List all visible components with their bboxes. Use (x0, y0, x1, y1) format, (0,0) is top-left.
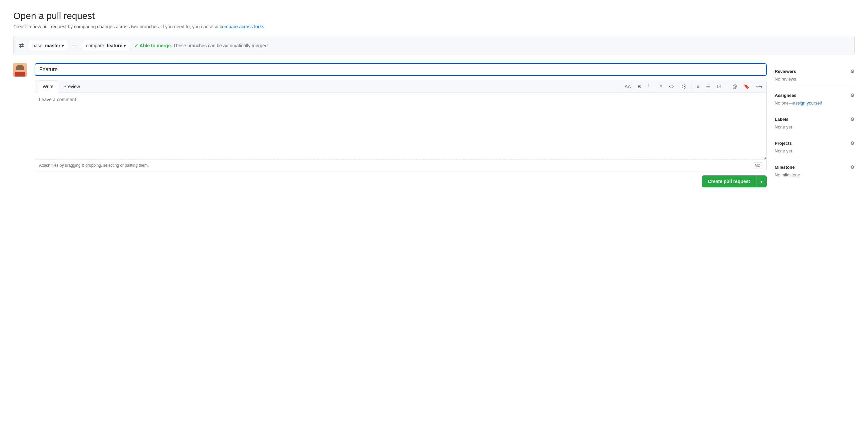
base-branch-selector[interactable]: base: master ▾ (28, 41, 68, 50)
labels-header: Labels ⚙ (775, 116, 855, 122)
sidebar-section-reviewers: Reviewers ⚙ No reviews (775, 63, 855, 87)
create-pull-request-button[interactable]: Create pull request (702, 175, 756, 187)
avatar (13, 63, 27, 76)
attach-bar: Attach files by dragging & dropping, sel… (35, 160, 767, 171)
reviewers-gear-icon[interactable]: ⚙ (850, 69, 855, 74)
attach-text: Attach files by dragging & dropping, sel… (39, 163, 149, 168)
milestone-header: Milestone ⚙ (775, 164, 855, 170)
page-subtitle: Create a new pull request by comparing c… (13, 24, 855, 29)
base-label: base: (32, 43, 43, 48)
toolbar-divider-3 (727, 83, 727, 90)
base-branch-name: master (45, 43, 60, 48)
compare-branch-name: feature (107, 43, 123, 48)
avatar-image (13, 63, 27, 76)
submit-row: Create pull request ▾ (35, 175, 767, 187)
unordered-list-icon[interactable]: ≡ (695, 83, 701, 90)
assignees-value: No one—assign yourself (775, 101, 855, 105)
assign-yourself-link[interactable]: assign yourself (793, 101, 822, 105)
ordered-list-icon[interactable]: ☰ (705, 83, 712, 90)
milestone-gear-icon[interactable]: ⚙ (850, 164, 855, 170)
toolbar-divider-1 (654, 83, 654, 90)
assignees-title: Assignees (775, 93, 796, 98)
italic-icon[interactable]: i (646, 83, 650, 90)
reference-icon[interactable]: 🔖 (742, 83, 751, 90)
heading-icon[interactable]: AA (623, 83, 632, 90)
undo-icon[interactable]: ↩▾ (755, 83, 764, 90)
projects-gear-icon[interactable]: ⚙ (850, 140, 855, 146)
merge-status: ✓ Able to merge. These branches can be a… (134, 43, 269, 48)
milestone-value: No milestone (775, 172, 855, 177)
link-icon[interactable]: ⛓ (680, 83, 687, 90)
sidebar-section-labels: Labels ⚙ None yet (775, 111, 855, 135)
editor-toolbar: AA B i ❝ <> ⛓ ≡ ☰ ☑ @ 🔖 ↩▾ (623, 80, 764, 93)
bold-icon[interactable]: B (636, 83, 642, 90)
quote-icon[interactable]: ❝ (658, 83, 663, 90)
pr-body-editor: Write Preview AA B i ❝ <> ⛓ ≡ ☰ ☑ @ (35, 80, 767, 171)
page-title: Open a pull request (13, 11, 855, 21)
labels-value: None yet (775, 125, 855, 130)
base-chevron-icon: ▾ (62, 43, 64, 48)
markdown-badge: MD (753, 163, 763, 168)
branch-bar: ⇄ base: master ▾ ← compare: feature ▾ ✓ … (13, 36, 855, 55)
projects-title: Projects (775, 141, 792, 146)
sidebar-section-projects: Projects ⚙ None yet (775, 135, 855, 159)
reviewers-header: Reviewers ⚙ (775, 69, 855, 74)
merge-description: These branches can be automatically merg… (173, 43, 269, 48)
submit-button-group: Create pull request ▾ (702, 175, 767, 187)
code-icon[interactable]: <> (668, 83, 676, 90)
labels-gear-icon[interactable]: ⚙ (850, 116, 855, 122)
compare-label: compare: (86, 43, 105, 48)
tasklist-icon[interactable]: ☑ (716, 83, 723, 90)
editor-tabs-toolbar: Write Preview AA B i ❝ <> ⛓ ≡ ☰ ☑ @ (35, 80, 767, 93)
projects-header: Projects ⚙ (775, 140, 855, 146)
pr-comment-textarea[interactable] (35, 93, 767, 160)
merge-check-icon: ✓ (134, 43, 138, 48)
assignees-header: Assignees ⚙ (775, 93, 855, 98)
labels-title: Labels (775, 117, 788, 122)
editor-tabs: Write Preview (38, 80, 85, 93)
tab-write[interactable]: Write (38, 80, 58, 93)
projects-value: None yet (775, 148, 855, 153)
sidebar-section-milestone: Milestone ⚙ No milestone (775, 159, 855, 183)
branch-arrow-icon: ← (72, 43, 78, 48)
milestone-title: Milestone (775, 165, 795, 170)
assignees-no-one-text: No one— (775, 101, 793, 105)
reviewers-title: Reviewers (775, 69, 796, 74)
mention-icon[interactable]: @ (731, 83, 738, 90)
reviewers-value: No reviews (775, 76, 855, 81)
compare-across-forks-link[interactable]: compare across forks. (219, 24, 266, 29)
pr-form: Feature Write Preview AA B i ❝ <> ⛓ ≡ (35, 63, 767, 187)
pr-title-input[interactable]: Feature (35, 63, 767, 76)
main-layout: Feature Write Preview AA B i ❝ <> ⛓ ≡ (13, 63, 855, 187)
toolbar-divider-2 (691, 83, 691, 90)
sidebar: Reviewers ⚙ No reviews Assignees ⚙ No on… (775, 63, 855, 183)
merge-able-text: Able to merge. (140, 43, 172, 48)
branch-icon: ⇄ (19, 42, 24, 49)
compare-branch-selector[interactable]: compare: feature ▾ (82, 41, 130, 50)
sidebar-section-assignees: Assignees ⚙ No one—assign yourself (775, 87, 855, 111)
assignees-gear-icon[interactable]: ⚙ (850, 93, 855, 98)
submit-dropdown-button[interactable]: ▾ (756, 175, 767, 187)
compare-chevron-icon: ▾ (124, 43, 126, 48)
tab-preview[interactable]: Preview (58, 80, 85, 93)
